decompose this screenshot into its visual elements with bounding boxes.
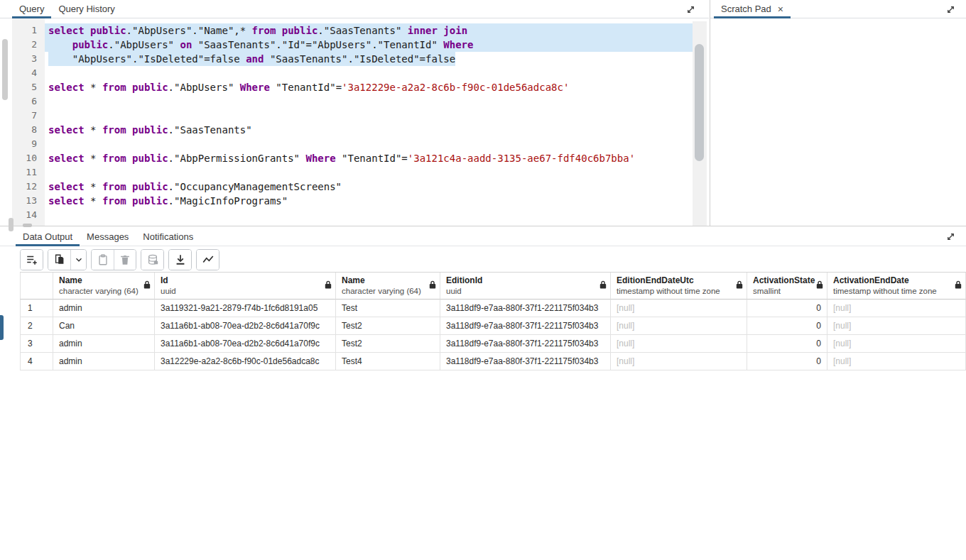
editor-code-area[interactable]: select public."AbpUsers"."Name",* from p… bbox=[45, 18, 693, 226]
column-header-id-1[interactable]: Iduuid bbox=[155, 273, 336, 300]
column-type: character varying (64) bbox=[342, 286, 426, 296]
code-line[interactable] bbox=[45, 109, 693, 123]
column-header-name-0[interactable]: Namecharacter varying (64) bbox=[53, 273, 155, 300]
column-header-editionenddateutc-4[interactable]: EditionEndDateUtctimestamp without time … bbox=[611, 273, 747, 300]
lock-icon bbox=[599, 280, 607, 291]
lock-icon bbox=[955, 280, 962, 291]
grid-cell[interactable]: 3a119321-9a21-2879-f74b-1fc6d8191a05 bbox=[155, 300, 336, 317]
code-line[interactable] bbox=[45, 137, 693, 151]
scratch-pad-tabbar: Scratch Pad × bbox=[710, 0, 966, 18]
scratch-pad-textarea[interactable] bbox=[710, 18, 966, 226]
tab-messages[interactable]: Messages bbox=[80, 227, 136, 246]
sql-editor[interactable]: 1234567891011121314 select public."AbpUs… bbox=[0, 18, 709, 226]
tab-scratch-pad[interactable]: Scratch Pad × bbox=[714, 0, 791, 18]
grid-cell[interactable]: 3a118df9-e7aa-880f-37f1-221175f034b3 bbox=[440, 300, 611, 317]
row-scroll-indicator[interactable] bbox=[0, 315, 4, 340]
tab-data-output[interactable]: Data Output bbox=[16, 227, 80, 246]
expand-scratch-pad-icon[interactable] bbox=[944, 3, 957, 16]
expand-output-panel-icon[interactable] bbox=[944, 230, 957, 243]
grid-cell[interactable]: 0 bbox=[747, 335, 827, 353]
column-type: smallint bbox=[753, 286, 813, 296]
grid-cell[interactable]: 3a11a6b1-ab08-70ea-d2b2-8c6d41a70f9c bbox=[155, 317, 336, 335]
lock-icon bbox=[736, 280, 743, 291]
grid-cell[interactable]: Test bbox=[336, 300, 440, 317]
line-number: 7 bbox=[12, 109, 45, 123]
row-number-cell[interactable]: 2 bbox=[20, 317, 53, 335]
code-line[interactable] bbox=[45, 66, 693, 80]
code-line[interactable] bbox=[45, 165, 693, 180]
line-number: 14 bbox=[12, 208, 45, 222]
grid-cell[interactable]: 3a118df9-e7aa-880f-37f1-221175f034b3 bbox=[440, 335, 611, 353]
code-line[interactable]: select * from public."SaasTenants" bbox=[45, 123, 693, 137]
toolbar-graph-visualiser[interactable] bbox=[197, 250, 219, 270]
null-value: [null] bbox=[833, 339, 851, 348]
grid-cell[interactable]: admin bbox=[53, 300, 155, 317]
column-header-editionid-3[interactable]: EditionIduuid bbox=[440, 273, 611, 300]
lock-icon bbox=[325, 280, 332, 291]
grid-cell[interactable]: admin bbox=[53, 335, 155, 353]
grid-cell[interactable]: 3a12229e-a2a2-8c6b-f90c-01de56adca8c bbox=[155, 353, 336, 370]
grid-cell[interactable]: admin bbox=[53, 353, 155, 370]
grid-cell[interactable]: 0 bbox=[747, 353, 827, 370]
null-value: [null] bbox=[833, 303, 851, 313]
grid-cell[interactable]: [null] bbox=[827, 353, 966, 370]
toolbar-download-csv[interactable] bbox=[169, 250, 191, 270]
grid-header-row: Namecharacter varying (64)IduuidNamechar… bbox=[20, 272, 966, 300]
toolbar-copy[interactable] bbox=[48, 250, 70, 270]
grid-cell[interactable]: 3a118df9-e7aa-880f-37f1-221175f034b3 bbox=[440, 353, 611, 370]
null-value: [null] bbox=[833, 321, 851, 331]
column-name: Name bbox=[59, 275, 141, 286]
column-header-activationstate-5[interactable]: ActivationStatesmallint bbox=[747, 273, 827, 300]
row-number-cell[interactable]: 4 bbox=[20, 353, 53, 370]
expand-query-panel-icon[interactable] bbox=[684, 3, 697, 16]
row-number-cell[interactable]: 1 bbox=[20, 300, 53, 317]
code-line[interactable]: "AbpUsers"."IsDeleted"=false and "SaasTe… bbox=[45, 52, 693, 66]
editor-scrollbar-thumb[interactable] bbox=[695, 44, 704, 161]
code-line[interactable]: select * from public."AbpPermissionGrant… bbox=[45, 151, 693, 165]
grid-cell[interactable]: 0 bbox=[747, 300, 827, 317]
left-scrollbar-thumb[interactable] bbox=[2, 39, 8, 100]
null-value: [null] bbox=[617, 321, 634, 331]
code-line[interactable] bbox=[45, 94, 693, 109]
code-line[interactable] bbox=[45, 208, 693, 222]
toolbar-save-data-changes[interactable] bbox=[141, 250, 163, 270]
toolbar-add-row[interactable] bbox=[21, 250, 43, 270]
grid-cell[interactable]: [null] bbox=[611, 353, 747, 370]
editor-scrollbar[interactable] bbox=[693, 21, 707, 226]
output-left-scrollbar-thumb[interactable] bbox=[9, 218, 13, 231]
toolbar-paste[interactable] bbox=[92, 250, 114, 270]
code-line[interactable]: select * from public."AbpUsers" Where "T… bbox=[45, 80, 693, 94]
code-line[interactable]: select * from public."MagicInfoPrograms" bbox=[45, 194, 693, 208]
grid-cell[interactable]: [null] bbox=[827, 317, 966, 335]
grid-cell[interactable]: 3a118df9-e7aa-880f-37f1-221175f034b3 bbox=[440, 317, 611, 335]
row-number-cell[interactable]: 3 bbox=[20, 335, 53, 353]
tab-data-output-label: Data Output bbox=[23, 231, 72, 242]
column-header-activationenddate-6[interactable]: ActivationEndDatetimestamp without time … bbox=[827, 273, 966, 300]
select-all-corner-cell[interactable] bbox=[20, 273, 53, 300]
grid-cell[interactable]: [null] bbox=[611, 300, 747, 317]
toolbar-copy-options-chevron[interactable] bbox=[70, 250, 86, 270]
grid-cell[interactable]: [null] bbox=[827, 300, 966, 317]
grid-cell[interactable]: Test2 bbox=[336, 335, 440, 353]
code-line[interactable]: select * from public."OccupancyManagemen… bbox=[45, 180, 693, 194]
toolbar-delete[interactable] bbox=[114, 250, 136, 270]
grid-cell[interactable]: [null] bbox=[611, 335, 747, 353]
close-scratch-pad-icon[interactable]: × bbox=[778, 4, 783, 14]
column-type: uuid bbox=[161, 286, 322, 296]
grid-cell[interactable]: Test4 bbox=[336, 353, 440, 370]
grid-cell[interactable]: [null] bbox=[611, 317, 747, 335]
grid-body: 1admin3a119321-9a21-2879-f74b-1fc6d8191a… bbox=[20, 300, 966, 370]
grid-cell[interactable]: 0 bbox=[747, 317, 827, 335]
column-header-name-2[interactable]: Namecharacter varying (64) bbox=[336, 273, 440, 300]
grid-cell[interactable]: Test2 bbox=[336, 317, 440, 335]
tab-query-history[interactable]: Query History bbox=[51, 0, 121, 18]
grid-cell[interactable]: [null] bbox=[827, 335, 966, 353]
code-line[interactable]: public."AbpUsers" on "SaasTenants"."Id"=… bbox=[45, 38, 693, 52]
line-number: 13 bbox=[12, 194, 45, 208]
code-line[interactable]: select public."AbpUsers"."Name",* from p… bbox=[45, 23, 693, 38]
result-grid: Namecharacter varying (64)IduuidNamechar… bbox=[20, 272, 966, 370]
tab-query[interactable]: Query bbox=[12, 0, 51, 18]
grid-cell[interactable]: 3a11a6b1-ab08-70ea-d2b2-8c6d41a70f9c bbox=[155, 335, 336, 353]
tab-notifications[interactable]: Notifications bbox=[136, 227, 200, 246]
grid-cell[interactable]: Can bbox=[53, 317, 155, 335]
